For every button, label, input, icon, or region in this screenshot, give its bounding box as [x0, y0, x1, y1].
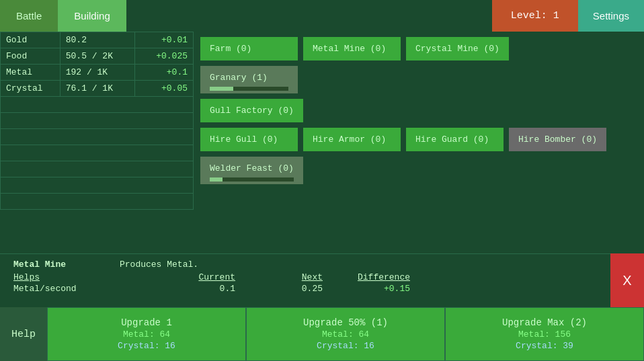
building-button[interactable]: Granary (1) — [200, 66, 298, 93]
helps-label: Helps — [13, 272, 148, 282]
resource-rate: +0.01 — [135, 32, 194, 48]
info-desc: Produces Metal. — [120, 259, 198, 270]
building-row-1: Farm (0)Metal Mine (0)Crystal Mine (0) — [200, 37, 637, 61]
resource-rate: +0.025 — [135, 48, 194, 65]
diff-val: +0.15 — [323, 284, 410, 294]
upgrade-crystal: Crystal: 39 — [516, 341, 573, 351]
resource-rate: +0.05 — [135, 81, 194, 97]
resource-row: Crystal 76.1 / 1K +0.05 — [1, 81, 194, 97]
resource-value: 50.5 / 2K — [60, 48, 135, 65]
resource-value: 76.1 / 1K — [60, 81, 135, 97]
building-button[interactable]: Crystal Mine (0) — [406, 37, 509, 61]
building-button[interactable]: Gull Factory (0) — [200, 99, 303, 122]
tab-building[interactable]: Building — [58, 0, 126, 32]
resource-value: 80.2 — [60, 32, 135, 48]
upgrade-label: Upgrade 50% (1) — [303, 317, 388, 328]
upgrade-crystal: Crystal: 16 — [118, 341, 175, 351]
resource-name: Metal — [1, 65, 61, 81]
upgrade-button[interactable]: Upgrade 50% (1) Metal: 64 Crystal: 16 — [246, 307, 445, 361]
upgrade-metal: Metal: 64 — [322, 329, 369, 339]
resource-name: Crystal — [1, 81, 61, 97]
info-panel: Metal Mine Produces Metal. Helps Current… — [0, 253, 644, 307]
building-button[interactable]: Farm (0) — [200, 37, 298, 61]
upgrade-label: Upgrade Max (2) — [502, 317, 587, 328]
resource-value: 192 / 1K — [60, 65, 135, 81]
help-button[interactable]: Help — [0, 307, 47, 361]
resource-rate: +0.1 — [135, 65, 194, 81]
building-row-3: Gull Factory (0) — [200, 99, 637, 122]
resource-name: Food — [1, 48, 61, 65]
building-button[interactable]: Hire Bomber (0) — [509, 128, 606, 151]
upgrade-button[interactable]: Upgrade Max (2) Metal: 156 Crystal: 39 — [445, 307, 644, 361]
upgrade-crystal: Crystal: 16 — [317, 341, 374, 351]
current-val: 0.1 — [148, 284, 235, 294]
building-button[interactable]: Hire Gull (0) — [200, 128, 298, 151]
building-button[interactable]: Metal Mine (0) — [303, 37, 401, 61]
row-label: Metal/second — [13, 284, 148, 294]
building-row-2: Granary (1) — [200, 66, 637, 93]
resource-row: Metal 192 / 1K +0.1 — [1, 65, 194, 81]
settings-button[interactable]: Settings — [578, 0, 644, 32]
upgrade-metal: Metal: 156 — [518, 329, 571, 339]
resource-name: Gold — [1, 32, 61, 48]
bottom-bar: Help Upgrade 1 Metal: 64 Crystal: 16 Upg… — [0, 307, 644, 361]
resource-row: Food 50.5 / 2K +0.025 — [1, 48, 194, 65]
resource-table: Gold 80.2 +0.01 Food 50.5 / 2K +0.025 Me… — [0, 32, 194, 210]
building-row-5: Welder Feast (0) — [200, 157, 637, 184]
upgrade-button[interactable]: Upgrade 1 Metal: 64 Crystal: 16 — [47, 307, 246, 361]
difference-header: Difference — [323, 272, 410, 282]
next-val: 0.25 — [235, 284, 323, 294]
resource-row: Gold 80.2 +0.01 — [1, 32, 194, 48]
top-bar: Battle Building Level: 1 Settings — [0, 0, 644, 32]
building-button[interactable]: Welder Feast (0) — [200, 157, 303, 184]
close-button[interactable]: X — [610, 253, 644, 307]
next-header: Next — [235, 272, 323, 282]
current-header: Current — [148, 272, 235, 282]
upgrade-label: Upgrade 1 — [121, 317, 172, 328]
level-badge: Level: 1 — [492, 0, 578, 32]
tab-battle[interactable]: Battle — [0, 0, 58, 32]
info-title: Metal Mine — [13, 259, 66, 270]
building-row-4: Hire Gull (0)Hire Armor (0)Hire Guard (0… — [200, 128, 637, 151]
building-button[interactable]: Hire Armor (0) — [303, 128, 401, 151]
upgrade-metal: Metal: 64 — [123, 329, 170, 339]
building-button[interactable]: Hire Guard (0) — [406, 128, 504, 151]
